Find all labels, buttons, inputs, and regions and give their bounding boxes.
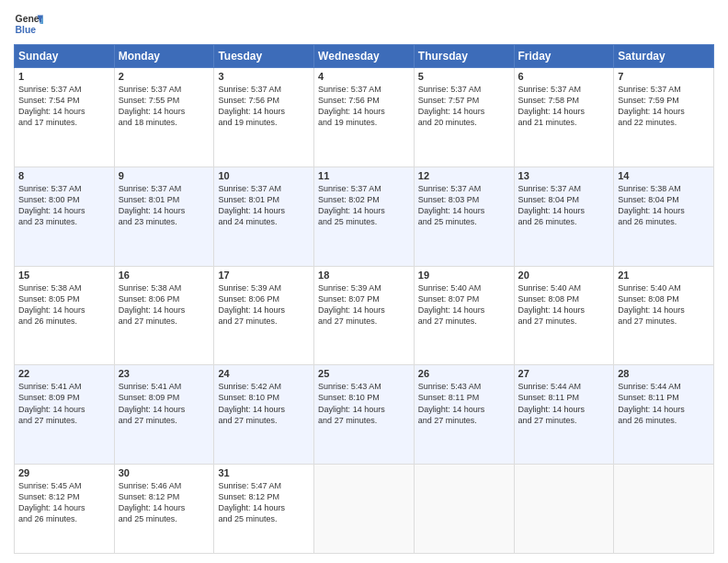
day-info: Sunrise: 5:37 AM Sunset: 8:01 PM Dayligh…	[218, 183, 310, 228]
day-info: Sunrise: 5:37 AM Sunset: 8:01 PM Dayligh…	[119, 183, 210, 228]
day-info: Sunrise: 5:39 AM Sunset: 8:07 PM Dayligh…	[318, 282, 410, 327]
calendar-week-2: 8Sunrise: 5:37 AM Sunset: 8:00 PM Daylig…	[15, 167, 714, 266]
day-info: Sunrise: 5:44 AM Sunset: 8:11 PM Dayligh…	[618, 381, 710, 426]
day-number: 16	[119, 270, 210, 281]
day-number: 26	[418, 368, 510, 379]
day-number: 12	[418, 170, 510, 181]
day-number: 21	[618, 270, 710, 281]
day-number: 3	[218, 71, 310, 82]
calendar-day-12: 12Sunrise: 5:37 AM Sunset: 8:03 PM Dayli…	[414, 167, 514, 266]
calendar-table: SundayMondayTuesdayWednesdayThursdayFrid…	[14, 44, 714, 554]
day-info: Sunrise: 5:38 AM Sunset: 8:05 PM Dayligh…	[18, 282, 110, 327]
day-info: Sunrise: 5:37 AM Sunset: 7:56 PM Dayligh…	[218, 84, 310, 129]
day-number: 17	[218, 270, 310, 281]
calendar-day-1: 1Sunrise: 5:37 AM Sunset: 7:54 PM Daylig…	[15, 68, 115, 167]
day-info: Sunrise: 5:37 AM Sunset: 8:00 PM Dayligh…	[18, 183, 110, 228]
day-number: 30	[119, 467, 210, 478]
day-number: 13	[518, 170, 610, 181]
day-info: Sunrise: 5:37 AM Sunset: 7:58 PM Dayligh…	[518, 84, 610, 129]
day-info: Sunrise: 5:37 AM Sunset: 7:54 PM Dayligh…	[18, 84, 110, 129]
day-number: 20	[518, 270, 610, 281]
day-info: Sunrise: 5:41 AM Sunset: 8:09 PM Dayligh…	[119, 381, 210, 426]
day-number: 29	[18, 467, 110, 478]
calendar-week-5: 29Sunrise: 5:45 AM Sunset: 8:12 PM Dayli…	[15, 465, 714, 554]
calendar-day-22: 22Sunrise: 5:41 AM Sunset: 8:09 PM Dayli…	[15, 365, 115, 465]
calendar-day-25: 25Sunrise: 5:43 AM Sunset: 8:10 PM Dayli…	[314, 365, 415, 465]
calendar-week-3: 15Sunrise: 5:38 AM Sunset: 8:05 PM Dayli…	[15, 266, 714, 365]
day-info: Sunrise: 5:42 AM Sunset: 8:10 PM Dayligh…	[218, 381, 310, 426]
calendar-header-wednesday: Wednesday	[314, 45, 415, 68]
day-number: 8	[18, 170, 110, 181]
day-number: 11	[318, 170, 410, 181]
day-info: Sunrise: 5:45 AM Sunset: 8:12 PM Dayligh…	[18, 480, 110, 525]
day-info: Sunrise: 5:46 AM Sunset: 8:12 PM Dayligh…	[119, 480, 210, 525]
calendar-header-monday: Monday	[114, 45, 214, 68]
calendar-day-21: 21Sunrise: 5:40 AM Sunset: 8:08 PM Dayli…	[614, 266, 714, 365]
calendar-day-10: 10Sunrise: 5:37 AM Sunset: 8:01 PM Dayli…	[214, 167, 314, 266]
day-info: Sunrise: 5:43 AM Sunset: 8:11 PM Dayligh…	[418, 381, 510, 426]
day-number: 2	[119, 71, 210, 82]
day-number: 9	[119, 170, 210, 181]
day-number: 24	[218, 368, 310, 379]
calendar-header-saturday: Saturday	[614, 45, 714, 68]
day-number: 22	[18, 368, 110, 379]
day-number: 1	[18, 71, 110, 82]
day-info: Sunrise: 5:39 AM Sunset: 8:06 PM Dayligh…	[218, 282, 310, 327]
day-info: Sunrise: 5:41 AM Sunset: 8:09 PM Dayligh…	[18, 381, 110, 426]
calendar-header-tuesday: Tuesday	[214, 45, 314, 68]
day-info: Sunrise: 5:43 AM Sunset: 8:10 PM Dayligh…	[318, 381, 410, 426]
calendar-day-13: 13Sunrise: 5:37 AM Sunset: 8:04 PM Dayli…	[514, 167, 614, 266]
day-number: 7	[618, 71, 710, 82]
calendar-day-empty	[414, 465, 514, 554]
day-number: 27	[518, 368, 610, 379]
calendar-day-4: 4Sunrise: 5:37 AM Sunset: 7:56 PM Daylig…	[314, 68, 415, 167]
day-info: Sunrise: 5:38 AM Sunset: 8:06 PM Dayligh…	[119, 282, 210, 327]
day-info: Sunrise: 5:37 AM Sunset: 7:59 PM Dayligh…	[618, 84, 710, 129]
calendar-day-empty	[514, 465, 614, 554]
calendar-header-row: SundayMondayTuesdayWednesdayThursdayFrid…	[15, 45, 714, 68]
day-number: 10	[218, 170, 310, 181]
calendar-week-1: 1Sunrise: 5:37 AM Sunset: 7:54 PM Daylig…	[15, 68, 714, 167]
calendar-day-29: 29Sunrise: 5:45 AM Sunset: 8:12 PM Dayli…	[15, 465, 115, 554]
calendar-day-15: 15Sunrise: 5:38 AM Sunset: 8:05 PM Dayli…	[15, 266, 115, 365]
calendar-day-9: 9Sunrise: 5:37 AM Sunset: 8:01 PM Daylig…	[114, 167, 214, 266]
day-info: Sunrise: 5:40 AM Sunset: 8:07 PM Dayligh…	[418, 282, 510, 327]
day-number: 6	[518, 71, 610, 82]
day-info: Sunrise: 5:37 AM Sunset: 8:04 PM Dayligh…	[518, 183, 610, 228]
day-number: 19	[418, 270, 510, 281]
calendar-header-sunday: Sunday	[15, 45, 115, 68]
calendar-day-empty	[314, 465, 415, 554]
header: General Blue	[14, 9, 714, 39]
calendar-week-4: 22Sunrise: 5:41 AM Sunset: 8:09 PM Dayli…	[15, 365, 714, 465]
day-info: Sunrise: 5:37 AM Sunset: 7:56 PM Dayligh…	[318, 84, 410, 129]
day-number: 28	[618, 368, 710, 379]
calendar-header-thursday: Thursday	[414, 45, 514, 68]
day-number: 25	[318, 368, 410, 379]
calendar-day-28: 28Sunrise: 5:44 AM Sunset: 8:11 PM Dayli…	[614, 365, 714, 465]
calendar-day-23: 23Sunrise: 5:41 AM Sunset: 8:09 PM Dayli…	[114, 365, 214, 465]
logo: General Blue	[14, 9, 43, 39]
calendar-day-16: 16Sunrise: 5:38 AM Sunset: 8:06 PM Dayli…	[114, 266, 214, 365]
day-info: Sunrise: 5:38 AM Sunset: 8:04 PM Dayligh…	[618, 183, 710, 228]
calendar-day-empty	[614, 465, 714, 554]
calendar-day-14: 14Sunrise: 5:38 AM Sunset: 8:04 PM Dayli…	[614, 167, 714, 266]
calendar-day-11: 11Sunrise: 5:37 AM Sunset: 8:02 PM Dayli…	[314, 167, 415, 266]
logo-icon: General Blue	[14, 9, 43, 39]
calendar-day-2: 2Sunrise: 5:37 AM Sunset: 7:55 PM Daylig…	[114, 68, 214, 167]
calendar-day-26: 26Sunrise: 5:43 AM Sunset: 8:11 PM Dayli…	[414, 365, 514, 465]
calendar-day-18: 18Sunrise: 5:39 AM Sunset: 8:07 PM Dayli…	[314, 266, 415, 365]
calendar-day-31: 31Sunrise: 5:47 AM Sunset: 8:12 PM Dayli…	[214, 465, 314, 554]
day-info: Sunrise: 5:47 AM Sunset: 8:12 PM Dayligh…	[218, 480, 310, 525]
calendar-day-5: 5Sunrise: 5:37 AM Sunset: 7:57 PM Daylig…	[414, 68, 514, 167]
calendar-day-7: 7Sunrise: 5:37 AM Sunset: 7:59 PM Daylig…	[614, 68, 714, 167]
calendar-day-3: 3Sunrise: 5:37 AM Sunset: 7:56 PM Daylig…	[214, 68, 314, 167]
day-number: 31	[218, 467, 310, 478]
day-number: 5	[418, 71, 510, 82]
calendar-day-6: 6Sunrise: 5:37 AM Sunset: 7:58 PM Daylig…	[514, 68, 614, 167]
day-info: Sunrise: 5:40 AM Sunset: 8:08 PM Dayligh…	[518, 282, 610, 327]
day-number: 14	[618, 170, 710, 181]
day-number: 23	[119, 368, 210, 379]
calendar-day-19: 19Sunrise: 5:40 AM Sunset: 8:07 PM Dayli…	[414, 266, 514, 365]
day-number: 15	[18, 270, 110, 281]
day-info: Sunrise: 5:40 AM Sunset: 8:08 PM Dayligh…	[618, 282, 710, 327]
